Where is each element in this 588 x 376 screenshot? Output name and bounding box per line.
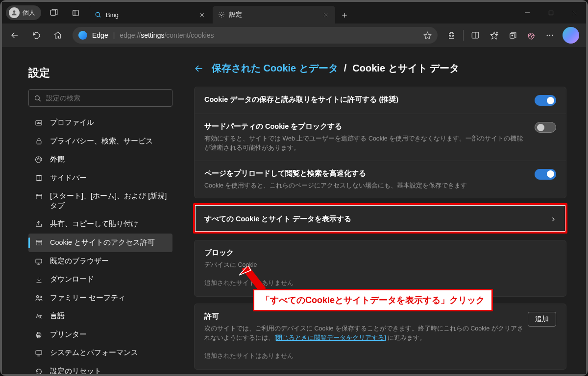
sidebar-item-system[interactable]: システムとパフォーマンス (28, 344, 172, 362)
bing-icon (94, 11, 102, 19)
favorite-star-icon[interactable] (423, 31, 432, 40)
toggle-preload[interactable] (535, 169, 556, 180)
sidebar-item-language[interactable]: 言語 (28, 307, 172, 326)
settings-search[interactable] (28, 89, 172, 107)
svg-point-33 (37, 122, 38, 123)
close-icon[interactable] (197, 10, 207, 20)
minimize-button[interactable] (515, 2, 539, 24)
view-all-cookies-link[interactable]: すべての Cookie とサイト データを表示する (195, 206, 566, 233)
start-icon (34, 192, 43, 201)
tab-label: 設定 (229, 10, 242, 19)
sidebar-item-start[interactable]: [スタート]、[ホーム]、および [新規] タブ (28, 187, 172, 215)
svg-rect-57 (36, 351, 42, 355)
settings-search-input[interactable] (46, 94, 167, 102)
breadcrumb-sep: / (344, 63, 347, 74)
svg-point-48 (37, 244, 37, 245)
copilot-button[interactable] (563, 27, 579, 44)
download-icon (34, 275, 43, 284)
language-icon (34, 312, 43, 321)
tab-actions-icon[interactable] (67, 2, 84, 24)
svg-marker-21 (490, 32, 497, 39)
svg-point-35 (37, 159, 38, 159)
profile-chip[interactable]: 個人 (6, 5, 41, 20)
breadcrumb-back-button[interactable] (194, 64, 206, 73)
svg-line-5 (99, 16, 100, 17)
setting-desc: 有効にすると、サイトでは Web 上でユーザーを追跡する Cookie を使用で… (204, 134, 529, 153)
breadcrumb-parent[interactable]: 保存された Cookie とデータ (212, 62, 338, 75)
sidebar-item-downloads[interactable]: ダウンロード (28, 270, 172, 289)
chevron-right-icon (550, 216, 556, 222)
sidebar-item-cookies[interactable]: Cookie とサイトのアクセス許可 (28, 234, 172, 252)
refresh-button[interactable] (26, 26, 46, 44)
profile-icon (34, 118, 43, 127)
workspaces-icon[interactable] (45, 2, 63, 24)
svg-rect-55 (36, 334, 41, 336)
toggle-block-3p[interactable] (535, 122, 556, 133)
sidebar-item-default[interactable]: 既定のブラウザー (28, 252, 172, 271)
breadcrumb: 保存された Cookie とデータ / Cookie とサイト データ (194, 62, 566, 75)
svg-point-8 (220, 14, 222, 16)
favorites-icon[interactable] (485, 26, 503, 44)
setting-preload: ページをプリロードして閲覧と検索を高速化する Cookie を使用すると、これら… (195, 161, 566, 198)
sidebar-item-sidebar[interactable]: サイドバー (28, 169, 172, 188)
split-screen-icon[interactable] (466, 26, 484, 44)
home-button[interactable] (48, 26, 68, 44)
maximize-button[interactable] (539, 2, 563, 24)
address-bar[interactable]: Edge | edge://settings/content/cookies (73, 27, 438, 44)
title-bar: 個人 Bing 設定 (2, 2, 586, 24)
reset-icon (34, 367, 43, 374)
settings-sidebar: 設定 プロファイル プライバシー、検索、サービス 外観 サイドバー [スタート]… (2, 47, 183, 374)
svg-point-37 (40, 159, 40, 159)
section-desc: 次のサイトでは、ご利用のデバイスに Cookie を保存することができます。終了… (204, 324, 528, 343)
svg-rect-40 (36, 194, 41, 199)
profile-label: 個人 (23, 8, 35, 17)
clear-on-close-link[interactable]: [閉じるときに閲覧データをクリアする] (274, 334, 386, 341)
svg-point-4 (96, 12, 99, 16)
back-button[interactable] (5, 26, 24, 44)
tab-strip: Bing 設定 (89, 2, 353, 24)
window-controls (515, 2, 586, 24)
svg-rect-1 (50, 10, 56, 16)
performance-icon[interactable] (522, 26, 540, 44)
setting-desc: Cookie を使用すると、これらのページにアクセスしない場合にも、基本設定を保… (204, 181, 529, 190)
close-window-button[interactable] (563, 2, 586, 24)
block-section: ブロック デバイスに Cookie 追加 追加されたサイトはありません (194, 240, 566, 297)
allow-add-button[interactable]: 追加 (528, 312, 556, 327)
setting-title: サードパーティの Cookie をブロックする (204, 122, 529, 131)
sidebar-item-privacy[interactable]: プライバシー、検索、サービス (28, 132, 172, 151)
browser-window: 個人 Bing 設定 (0, 0, 588, 376)
more-menu-icon[interactable] (541, 26, 559, 44)
svg-point-54 (40, 296, 42, 298)
settings-main[interactable]: 保存された Cookie とデータ / Cookie とサイト データ Cook… (183, 47, 586, 374)
sidebar-item-family[interactable]: ファミリー セーフティ (28, 289, 172, 307)
new-tab-button[interactable] (336, 7, 353, 24)
appearance-icon (34, 155, 43, 164)
sidebar-title: 設定 (28, 66, 172, 80)
collections-icon[interactable] (504, 26, 521, 44)
sidebar-item-printer[interactable]: プリンター (28, 326, 172, 344)
svg-point-29 (552, 35, 553, 36)
svg-rect-14 (549, 11, 553, 15)
tab-bing[interactable]: Bing (89, 6, 212, 24)
breadcrumb-current: Cookie とサイト データ (352, 62, 459, 75)
close-icon[interactable] (320, 10, 330, 20)
sidebar-item-appearance[interactable]: 外観 (28, 150, 172, 169)
sidebar-icon (34, 174, 43, 183)
toggle-allow-cookies[interactable] (535, 95, 556, 106)
svg-point-47 (37, 243, 37, 243)
setting-allow-cookies: Cookie データの保存と読み取りをサイトに許可する (推奨) (195, 87, 566, 114)
setting-title: Cookie データの保存と読み取りをサイトに許可する (推奨) (204, 95, 529, 104)
sidebar-item-share[interactable]: 共有、コピーして貼り付け (28, 215, 172, 234)
default-browser-icon (34, 257, 43, 266)
view-all-cookies-card: すべての Cookie とサイト データを表示する (194, 205, 566, 233)
setting-title: ページをプリロードして閲覧と検索を高速化する (204, 169, 529, 178)
sidebar-item-profile[interactable]: プロファイル (28, 114, 172, 132)
extensions-icon[interactable] (442, 26, 460, 44)
svg-rect-2 (73, 10, 78, 15)
family-icon (34, 294, 43, 303)
tab-settings[interactable]: 設定 (213, 6, 335, 24)
sidebar-item-reset[interactable]: 設定のリセット (28, 362, 172, 374)
address-brand: Edge (92, 31, 108, 39)
separator: | (113, 31, 115, 39)
sidebar-nav: プロファイル プライバシー、検索、サービス 外観 サイドバー [スタート]、[ホ… (28, 114, 172, 374)
